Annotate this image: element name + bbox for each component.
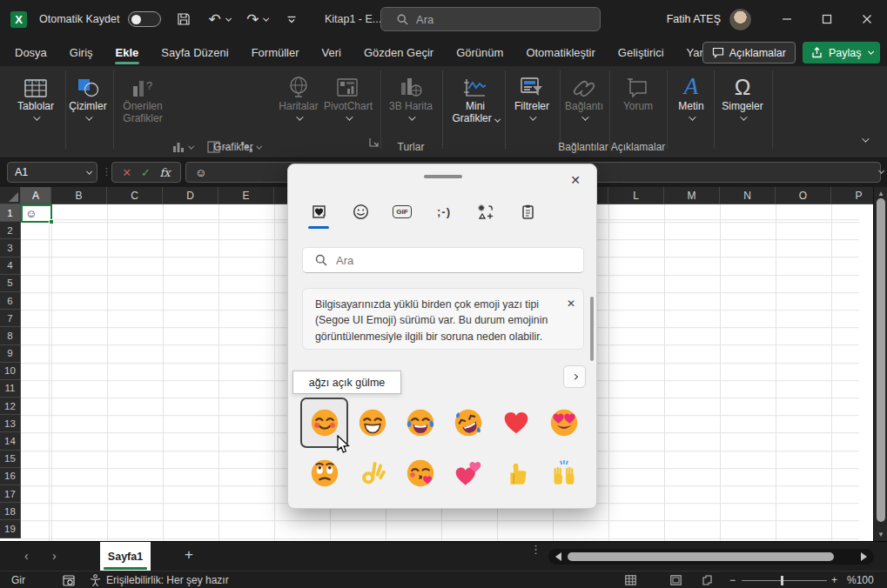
symbols-button[interactable]: Ω Simgeler — [717, 70, 768, 121]
emoji-red-heart[interactable] — [492, 398, 540, 448]
column-header-E[interactable]: E — [218, 187, 274, 204]
zoom-slider-thumb[interactable] — [781, 576, 783, 585]
column-header-N[interactable]: N — [720, 187, 776, 204]
scroll-up-arrow[interactable]: ▲ — [874, 190, 887, 197]
tab-görünüm[interactable]: Görünüm — [445, 38, 514, 66]
minimize-button[interactable] — [767, 0, 807, 38]
accessibility-status[interactable]: Erişilebilirlik: Her şey hazır — [90, 571, 229, 588]
panel-close-icon[interactable]: ✕ — [565, 170, 586, 190]
horizontal-scroll-thumb[interactable] — [568, 552, 834, 561]
row-header-1[interactable]: 1 — [0, 204, 21, 222]
emoji-face-with-tears-of-joy[interactable] — [396, 398, 444, 448]
scroll-right-arrow[interactable] — [861, 552, 867, 561]
row-header-5[interactable]: 5 — [0, 275, 21, 292]
row-header-15[interactable]: 15 — [0, 451, 21, 468]
panel-drag-handle[interactable] — [424, 175, 462, 178]
link-button[interactable]: Bağlantı — [559, 70, 609, 121]
column-chart-button[interactable] — [172, 141, 192, 153]
insert-function-button[interactable]: fx — [159, 166, 170, 179]
pivotchart-button[interactable]: PivotChart — [322, 70, 374, 121]
emoji-tab-symbols[interactable] — [474, 199, 497, 224]
zoom-level[interactable]: %100 — [847, 571, 874, 588]
column-header-C[interactable]: C — [107, 187, 163, 204]
macro-record-icon[interactable] — [63, 571, 75, 588]
cancel-entry-button[interactable]: ✕ — [122, 166, 131, 179]
zoom-out-button[interactable]: − — [729, 571, 736, 588]
close-button[interactable] — [847, 0, 887, 38]
warning-close-icon[interactable]: ✕ — [567, 296, 575, 311]
select-all-corner[interactable] — [0, 187, 21, 204]
search-box[interactable]: Ara — [380, 7, 601, 31]
comment-button[interactable]: Yorum — [614, 70, 662, 112]
map3d-button[interactable]: 3B Harita — [385, 70, 437, 121]
prev-sheet-arrow[interactable]: ‹ — [24, 549, 29, 563]
row-header-4[interactable]: 4 — [0, 257, 21, 275]
emoji-face-with-rolling-eyes[interactable] — [300, 448, 348, 498]
vertical-scroll-thumb[interactable] — [877, 198, 885, 522]
emoji-tab-clipboard[interactable] — [516, 199, 539, 224]
emoji-rolling-on-the-floor-laughing[interactable] — [444, 398, 492, 448]
tab-otomatikleştir[interactable]: Otomatikleştir — [514, 38, 606, 66]
undo-button[interactable]: ↶ — [208, 10, 229, 28]
emoji-two-hearts[interactable] — [444, 448, 492, 498]
user-avatar[interactable] — [729, 9, 751, 30]
redo-button[interactable]: ↷ — [246, 10, 267, 28]
add-sheet-button[interactable]: + — [185, 546, 193, 564]
scroll-left-arrow[interactable] — [555, 552, 561, 561]
row-header-7[interactable]: 7 — [0, 310, 21, 327]
share-button[interactable]: Paylaş — [803, 42, 880, 63]
tables-button[interactable]: Tablolar — [9, 70, 63, 121]
row-header-16[interactable]: 16 — [0, 468, 21, 485]
column-header-A[interactable]: A — [21, 187, 51, 204]
row-header-19[interactable]: 19 — [0, 520, 21, 538]
normal-view-button[interactable] — [625, 571, 636, 588]
tab-veri[interactable]: Veri — [311, 38, 353, 66]
emoji-tab-emoji[interactable] — [349, 199, 372, 224]
customize-quick-access-icon[interactable] — [286, 14, 297, 24]
row-header-3[interactable]: 3 — [0, 239, 21, 257]
next-row-button[interactable] — [563, 365, 586, 388]
page-layout-view-button[interactable] — [670, 571, 682, 588]
emoji-raising-hands[interactable] — [540, 448, 588, 498]
column-header-B[interactable]: B — [51, 187, 107, 204]
row-header-12[interactable]: 12 — [0, 398, 21, 415]
row-header-17[interactable]: 17 — [0, 485, 21, 503]
row-header-14[interactable]: 14 — [0, 432, 21, 450]
column-header-M[interactable]: M — [664, 187, 720, 204]
user-name[interactable]: Fatih ATEŞ — [667, 13, 721, 25]
emoji-thumbs-up[interactable] — [492, 448, 540, 498]
column-header-D[interactable]: D — [163, 187, 218, 204]
row-header-11[interactable]: 11 — [0, 380, 21, 398]
tab-giriş[interactable]: Giriş — [58, 38, 104, 66]
page-break-view-button[interactable] — [702, 571, 713, 588]
selected-cell-a1[interactable]: ☺ — [21, 204, 52, 223]
tab-dosya[interactable]: Dosya — [3, 38, 58, 66]
maximize-button[interactable] — [807, 0, 847, 38]
emoji-tab-gif[interactable]: GIF — [391, 199, 413, 224]
tab-formüller[interactable]: Formüller — [240, 38, 311, 66]
emoji-face-blowing-a-kiss[interactable] — [396, 448, 444, 498]
row-header-13[interactable]: 13 — [0, 415, 21, 432]
zoom-in-button[interactable]: + — [831, 571, 837, 588]
filters-button[interactable]: Filtreler — [507, 70, 557, 121]
recommended-charts-button[interactable]: ? Önerilen Grafikler — [115, 70, 171, 125]
confirm-entry-button[interactable]: ✓ — [141, 166, 151, 179]
text-button[interactable]: A Metin — [669, 70, 714, 121]
collapse-ribbon-chevron[interactable] — [862, 135, 869, 142]
emoji-ok-hand[interactable] — [348, 448, 396, 498]
emoji-search-box[interactable]: Ara — [302, 247, 584, 273]
tab-geliştirici[interactable]: Geliştirici — [607, 38, 675, 66]
tab-ekle[interactable]: Ekle — [104, 38, 151, 66]
row-header-8[interactable]: 8 — [0, 327, 21, 344]
name-box[interactable]: A1 — [7, 162, 97, 183]
row-header-2[interactable]: 2 — [0, 222, 21, 239]
row-header-9[interactable]: 9 — [0, 345, 21, 363]
sheet-tab-sayfa1[interactable]: Sayfa1 — [100, 542, 151, 571]
vertical-scrollbar[interactable]: ▲ ▼ — [873, 187, 887, 541]
horizontal-scrollbar[interactable] — [548, 549, 874, 565]
fill-handle[interactable] — [49, 219, 54, 224]
tab-sayfa-düzeni[interactable]: Sayfa Düzeni — [150, 38, 239, 66]
tab-gözden-geçir[interactable]: Gözden Geçir — [353, 38, 445, 66]
maps-button[interactable]: Haritalar — [275, 70, 322, 121]
panel-scrollbar[interactable] — [590, 297, 594, 361]
